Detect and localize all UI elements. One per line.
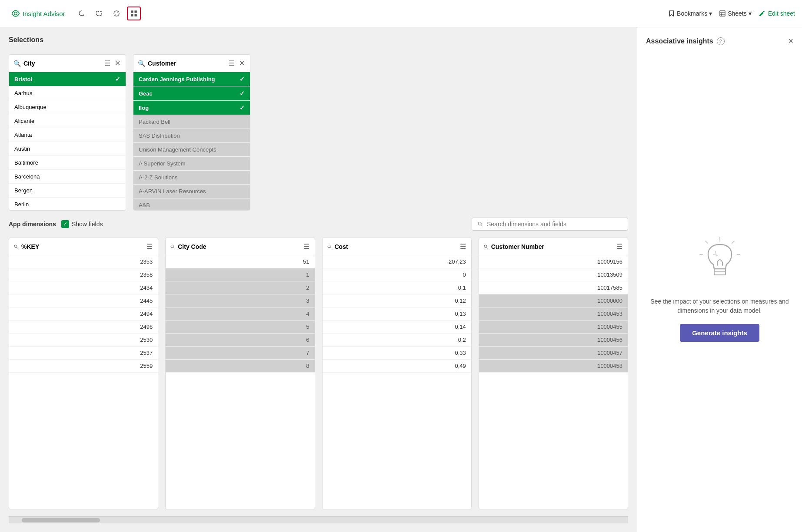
field-item[interactable]: 5: [166, 321, 314, 334]
field-item[interactable]: 0: [323, 268, 471, 281]
field-item[interactable]: 2: [166, 281, 314, 294]
rect-select-button[interactable]: [92, 7, 106, 20]
customer-item-carden[interactable]: Carden Jennings Publishing ✓: [133, 72, 250, 86]
customer-filter-menu-btn[interactable]: ☰: [228, 58, 236, 68]
main-content: Selections 🔍 City ☰ ✕ Bristol ✓ Aarhus A: [0, 27, 802, 532]
bottom-scrollbar[interactable]: [9, 516, 628, 523]
field-item[interactable]: 10009156: [479, 255, 628, 268]
sheets-icon: [719, 10, 726, 17]
field-item[interactable]: 10000455: [479, 321, 628, 334]
field-item[interactable]: 0,14: [323, 321, 471, 334]
city-item-austin[interactable]: Austin: [9, 142, 126, 156]
field-item[interactable]: 0,2: [323, 334, 471, 347]
customer-item-geac[interactable]: Geac ✓: [133, 86, 250, 101]
insight-advisor-button[interactable]: Insight Advisor: [7, 7, 70, 20]
city-item-bristol[interactable]: Bristol ✓: [9, 72, 126, 86]
field-item[interactable]: 2530: [9, 334, 158, 347]
field-item[interactable]: 2537: [9, 347, 158, 360]
rotate-button[interactable]: [110, 7, 123, 20]
field-item[interactable]: 2434: [9, 281, 158, 294]
bookmarks-button[interactable]: Bookmarks ▾: [668, 10, 712, 17]
field-item[interactable]: 6: [166, 334, 314, 347]
field-item[interactable]: 10013509: [479, 268, 628, 281]
customer-item-ilog[interactable]: Ilog ✓: [133, 101, 250, 115]
field-item[interactable]: 1: [166, 268, 314, 281]
dimensions-search-input[interactable]: [487, 221, 622, 228]
customer-item-a2z[interactable]: A-2-Z Solutions: [133, 171, 250, 185]
lasso-select-button[interactable]: [75, 7, 89, 20]
city-item-barcelona[interactable]: Barcelona: [9, 170, 126, 184]
svg-rect-4: [131, 14, 133, 17]
cost-field-box: Cost ☰ -207,23 0 0,1 0,12 0,13 0,14 0,2 …: [322, 238, 472, 509]
show-fields-checkbox: ✓: [61, 220, 69, 228]
city-item-berlin[interactable]: Berlin: [9, 198, 126, 210]
city-filter-clear-btn[interactable]: ✕: [114, 58, 121, 68]
field-item[interactable]: -207,23: [323, 255, 471, 268]
close-button[interactable]: ×: [788, 36, 793, 46]
field-item[interactable]: 0,13: [323, 307, 471, 321]
field-item[interactable]: 10000458: [479, 360, 628, 373]
customer-item-packard[interactable]: Packard Bell: [133, 115, 250, 129]
field-item[interactable]: 4: [166, 307, 314, 321]
selections-row: 🔍 City ☰ ✕ Bristol ✓ Aarhus Albuquerque …: [9, 54, 628, 211]
customer-item-ab[interactable]: A&B: [133, 198, 250, 210]
dimensions-search-box[interactable]: [472, 218, 628, 231]
show-fields-toggle[interactable]: ✓ Show fields: [61, 220, 103, 228]
sheets-button[interactable]: Sheets ▾: [719, 10, 752, 17]
field-item[interactable]: 8: [166, 360, 314, 373]
field-item[interactable]: 0,1: [323, 281, 471, 294]
svg-line-17: [330, 247, 331, 248]
customer-item-superior[interactable]: A Superior System: [133, 157, 250, 171]
svg-line-31: [713, 254, 718, 255]
city-code-header: City Code ☰: [166, 238, 314, 255]
city-item-aarhus[interactable]: Aarhus: [9, 86, 126, 100]
edit-sheet-button[interactable]: Edit sheet: [759, 10, 795, 17]
field-item[interactable]: 0,33: [323, 347, 471, 360]
svg-rect-27: [714, 272, 725, 275]
svg-line-13: [17, 247, 18, 248]
field-item[interactable]: 10000453: [479, 307, 628, 321]
generate-insights-button[interactable]: Generate insights: [680, 324, 759, 342]
customer-filter-clear-btn[interactable]: ✕: [238, 58, 246, 68]
cost-header: Cost ☰: [323, 238, 471, 255]
percent-key-menu-btn[interactable]: ☰: [146, 241, 153, 251]
customer-number-menu-btn[interactable]: ☰: [616, 241, 623, 251]
field-item[interactable]: 0,12: [323, 294, 471, 307]
field-item[interactable]: 2559: [9, 360, 158, 373]
city-item-atlanta[interactable]: Atlanta: [9, 128, 126, 142]
field-item[interactable]: 0,49: [323, 360, 471, 373]
grid-view-button[interactable]: [127, 7, 141, 20]
field-item[interactable]: 2358: [9, 268, 158, 281]
city-filter-menu-btn[interactable]: ☰: [103, 58, 111, 68]
customer-number-list: 10009156 10013509 10017585 10000000 1000…: [479, 255, 628, 509]
customer-item-unison[interactable]: Unison Management Concepts: [133, 143, 250, 157]
field-item[interactable]: 10017585: [479, 281, 628, 294]
city-item-alicante[interactable]: Alicante: [9, 114, 126, 128]
sheets-label: Sheets: [728, 10, 747, 17]
field-item[interactable]: 10000457: [479, 347, 628, 360]
field-item[interactable]: 3: [166, 294, 314, 307]
insight-advisor-label: Insight Advisor: [23, 10, 65, 17]
city-code-menu-btn[interactable]: ☰: [303, 241, 310, 251]
city-filter-title: City: [23, 60, 101, 67]
field-item[interactable]: 10000456: [479, 334, 628, 347]
field-item[interactable]: 51: [166, 255, 314, 268]
field-item[interactable]: 2445: [9, 294, 158, 307]
city-item-bergen[interactable]: Bergen: [9, 184, 126, 198]
svg-rect-5: [134, 14, 136, 17]
city-item-baltimore[interactable]: Baltimore: [9, 156, 126, 170]
city-search-icon: 🔍: [13, 60, 21, 67]
help-icon[interactable]: ?: [717, 37, 725, 45]
customer-item-aarvin[interactable]: A-ARVIN Laser Resources: [133, 185, 250, 198]
customer-item-sas[interactable]: SAS Distribution: [133, 129, 250, 143]
field-item[interactable]: 10000000: [479, 294, 628, 307]
field-item[interactable]: 7: [166, 347, 314, 360]
customer-number-search-icon: [483, 244, 489, 249]
field-item[interactable]: 2494: [9, 307, 158, 321]
cost-menu-btn[interactable]: ☰: [459, 241, 467, 251]
field-item[interactable]: 2353: [9, 255, 158, 268]
bookmarks-label: Bookmarks: [677, 10, 707, 17]
scrollbar-thumb[interactable]: [22, 518, 100, 522]
field-item[interactable]: 2498: [9, 321, 158, 334]
city-item-albuquerque[interactable]: Albuquerque: [9, 100, 126, 114]
